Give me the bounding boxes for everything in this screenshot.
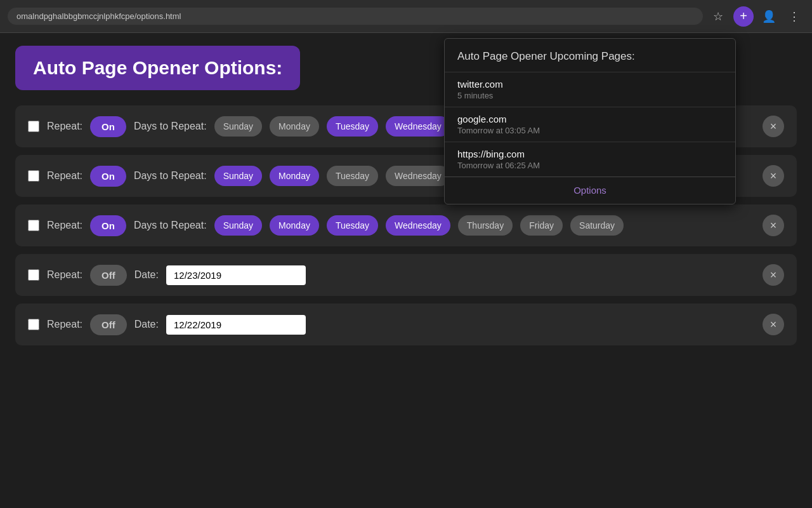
toggle-button-5[interactable]: Off (90, 314, 127, 335)
date-input-5[interactable] (166, 315, 306, 335)
day-button-1-monday[interactable]: Monday (270, 116, 319, 137)
upcoming-pages-popup: Auto Page Opener Upcoming Pages: twitter… (444, 38, 736, 204)
profile-button[interactable]: 👤 (759, 6, 779, 27)
close-button-2[interactable]: × (763, 165, 784, 187)
day-button-1-sunday[interactable]: Sunday (214, 116, 262, 137)
close-button-4[interactable]: × (763, 264, 784, 286)
entry-checkbox-1[interactable] (28, 121, 39, 132)
days-label-2: Days to Repeat: (134, 170, 207, 182)
page-title: Auto Page Opener Options: (15, 46, 300, 90)
days-label-3: Days to Repeat: (134, 220, 207, 231)
date-label-5: Date: (134, 319, 159, 330)
day-button-3-friday[interactable]: Friday (520, 215, 563, 236)
popup-item-2: google.comTomorrow at 03:05 AM (445, 107, 735, 142)
toggle-button-3[interactable]: On (90, 215, 126, 236)
entry-checkbox-5[interactable] (28, 319, 39, 330)
popup-item-url-1: twitter.com (457, 79, 723, 90)
toggle-button-2[interactable]: On (90, 166, 126, 187)
popup-footer: Options (445, 177, 735, 204)
date-input-4[interactable] (166, 265, 306, 285)
entry-checkbox-4[interactable] (28, 269, 39, 281)
repeat-label-2: Repeat: (47, 170, 82, 182)
entry-row-4: Repeat:OffDate:× (15, 254, 797, 296)
repeat-label-1: Repeat: (47, 121, 82, 132)
url-bar[interactable] (8, 8, 703, 25)
day-button-3-tuesday[interactable]: Tuesday (327, 215, 378, 236)
day-button-3-sunday[interactable]: Sunday (214, 215, 262, 236)
popup-item-3: https://bing.comTomorrow at 06:25 AM (445, 142, 735, 177)
popup-title: Auto Page Opener Upcoming Pages: (445, 39, 735, 72)
day-button-1-wednesday[interactable]: Wednesday (386, 116, 450, 137)
day-button-2-sunday[interactable]: Sunday (214, 166, 262, 186)
menu-button[interactable]: ⋮ (784, 6, 804, 27)
popup-items-container: twitter.com5 minutesgoogle.comTomorrow a… (445, 72, 735, 177)
day-button-2-monday[interactable]: Monday (270, 166, 319, 186)
entry-row-3: Repeat:OnDays to Repeat:SundayMondayTues… (15, 204, 797, 246)
day-button-2-wednesday[interactable]: Wednesday (386, 166, 450, 186)
toggle-button-1[interactable]: On (90, 116, 126, 137)
days-label-1: Days to Repeat: (134, 121, 207, 132)
repeat-label-4: Repeat: (47, 269, 82, 281)
repeat-label-3: Repeat: (47, 220, 82, 231)
day-button-2-tuesday[interactable]: Tuesday (327, 166, 378, 186)
popup-item-url-3: https://bing.com (457, 149, 723, 159)
options-link[interactable]: Options (573, 185, 606, 196)
popup-item-url-2: google.com (457, 114, 723, 124)
entry-row-5: Repeat:OffDate:× (15, 304, 797, 345)
star-button[interactable]: ☆ (708, 6, 728, 27)
entry-checkbox-3[interactable] (28, 220, 39, 231)
close-button-1[interactable]: × (763, 116, 784, 137)
entry-checkbox-2[interactable] (28, 170, 39, 182)
popup-item-1: twitter.com5 minutes (445, 72, 735, 107)
browser-bar: ☆ + 👤 ⋮ (0, 0, 812, 33)
add-tab-button[interactable]: + (733, 6, 754, 27)
day-button-3-monday[interactable]: Monday (270, 215, 319, 236)
popup-item-time-3: Tomorrow at 06:25 AM (457, 161, 723, 170)
popup-item-time-1: 5 minutes (457, 91, 723, 100)
day-button-3-thursday[interactable]: Thursday (458, 215, 513, 236)
day-button-3-saturday[interactable]: Saturday (570, 215, 624, 236)
day-button-3-wednesday[interactable]: Wednesday (386, 215, 450, 236)
toggle-button-4[interactable]: Off (90, 265, 127, 286)
close-button-5[interactable]: × (763, 314, 784, 335)
day-button-1-tuesday[interactable]: Tuesday (327, 116, 378, 137)
date-label-4: Date: (134, 269, 159, 281)
popup-item-time-2: Tomorrow at 03:05 AM (457, 126, 723, 135)
close-button-3[interactable]: × (763, 215, 784, 236)
repeat-label-5: Repeat: (47, 319, 82, 330)
